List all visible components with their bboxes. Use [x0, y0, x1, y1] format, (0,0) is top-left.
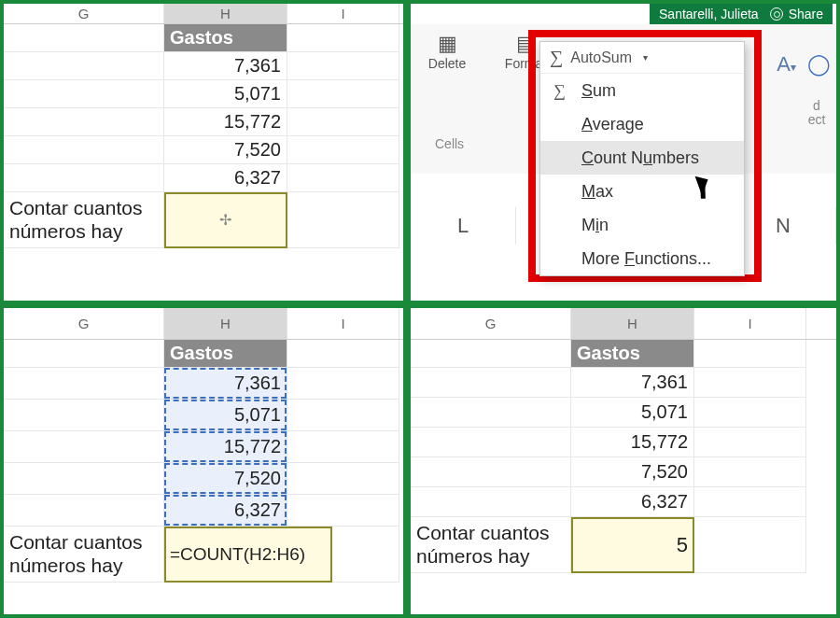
col-i3[interactable]: I: [287, 308, 399, 339]
panel-step2-ribbon: Santarelli, Julieta Share ▦ Delete ▤ For…: [407, 0, 840, 304]
cell-h2r[interactable]: 7,361: [571, 368, 694, 398]
dropdown-item-max[interactable]: Max: [540, 175, 744, 208]
sigma-icon-sum: ∑: [553, 81, 566, 101]
delete-icon: ▦: [438, 32, 457, 56]
col-i[interactable]: I: [287, 4, 399, 23]
ribbon-group-cells: Cells: [435, 136, 464, 151]
cell-i1[interactable]: [287, 24, 399, 52]
cell-h5r[interactable]: 7,520: [571, 457, 694, 487]
autosum-button[interactable]: ∑ AutoSum ▾: [540, 42, 744, 74]
partial-label: dect: [801, 99, 833, 128]
col-h3p[interactable]: H: [164, 308, 287, 339]
sigma-icon: ∑: [550, 47, 563, 68]
col-g[interactable]: G: [4, 4, 164, 23]
cell-h6m[interactable]: 6,327: [164, 495, 287, 527]
selected-cell-h7[interactable]: ✢: [164, 192, 287, 248]
cell-h2m[interactable]: 7,361: [164, 368, 287, 400]
cell-h5[interactable]: 7,520: [164, 136, 287, 164]
col-g4[interactable]: G: [411, 308, 571, 339]
count-prompt-label[interactable]: Contar cuantos números hay: [4, 192, 164, 248]
cell-h4r[interactable]: 15,772: [571, 428, 694, 457]
user-name: Santarelli, Julieta: [659, 7, 759, 21]
find-icon[interactable]: ◯: [807, 52, 831, 77]
dropdown-item-count[interactable]: Count Numbers: [540, 141, 744, 175]
header-gastos[interactable]: Gastos: [164, 24, 287, 52]
cell-h3r[interactable]: 5,071: [571, 398, 694, 428]
panel-step3-formula: G H I Gastos 7,361 5,071 15,772: [0, 304, 407, 618]
col-g3[interactable]: G: [4, 308, 164, 339]
cell-g1[interactable]: [4, 24, 164, 52]
title-bar: Santarelli, Julieta Share: [650, 4, 833, 24]
cell-h6[interactable]: 6,327: [164, 164, 287, 192]
col-h[interactable]: H: [164, 4, 287, 23]
cell-h6r[interactable]: 6,327: [571, 487, 694, 517]
dropdown-item-average[interactable]: Average: [540, 107, 744, 141]
cell-h5m[interactable]: 7,520: [164, 463, 287, 495]
count-prompt-label4[interactable]: Contar cuantos números hay: [411, 517, 571, 573]
header-gastos3[interactable]: Gastos: [164, 340, 287, 368]
panel-step4-result: G H I Gastos 7,361 5,071 15,772: [407, 304, 840, 618]
formula-cell[interactable]: =COUNT(H2:H6): [164, 527, 332, 583]
cell-h4[interactable]: 15,772: [164, 108, 287, 136]
count-prompt-label3[interactable]: Contar cuantos números hay: [4, 527, 164, 583]
share-icon: [770, 7, 783, 21]
dropdown-item-sum[interactable]: ∑ Sum: [540, 74, 744, 107]
header-gastos4[interactable]: Gastos: [571, 340, 694, 368]
cell-h3m[interactable]: 5,071: [164, 400, 287, 431]
cursor-indicator: ✢: [219, 211, 231, 229]
ribbon-delete-button[interactable]: ▦ Delete: [418, 32, 476, 71]
col-n[interactable]: N: [731, 207, 836, 245]
share-button[interactable]: Share: [770, 7, 823, 21]
col-h4p[interactable]: H: [571, 308, 694, 339]
cell-h4m[interactable]: 15,772: [164, 431, 287, 463]
result-cell[interactable]: 5: [571, 517, 694, 573]
clear-icon[interactable]: A▾: [777, 52, 796, 77]
col-i4[interactable]: I: [694, 308, 806, 339]
dropdown-item-more[interactable]: More Functions...: [540, 242, 744, 275]
dropdown-caret-icon: ▾: [643, 52, 648, 63]
cell-h3[interactable]: 5,071: [164, 80, 287, 108]
col-l[interactable]: L: [411, 207, 516, 245]
cell-h2[interactable]: 7,361: [164, 52, 287, 80]
panel-step1: G H I Gastos 7,361 5,071 15,772: [0, 0, 407, 304]
